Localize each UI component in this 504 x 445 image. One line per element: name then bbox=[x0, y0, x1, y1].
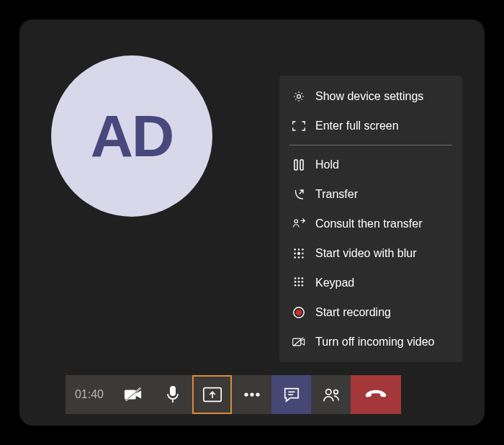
avatar: AD bbox=[51, 55, 212, 217]
menu-item-label: Show device settings bbox=[315, 90, 423, 103]
svg-point-20 bbox=[298, 284, 300, 286]
svg-point-13 bbox=[294, 277, 297, 279]
menu-item-start-recording[interactable]: Start recording bbox=[279, 297, 462, 327]
menu-item-label: Start video with blur bbox=[315, 247, 417, 260]
avatar-initials: AD bbox=[91, 102, 173, 170]
participants-button[interactable] bbox=[311, 375, 351, 414]
svg-point-37 bbox=[333, 390, 338, 395]
mic-toggle-button[interactable] bbox=[153, 375, 192, 414]
svg-point-31 bbox=[244, 392, 248, 396]
people-icon bbox=[322, 387, 341, 403]
svg-point-16 bbox=[294, 281, 297, 283]
menu-item-label: Consult then transfer bbox=[315, 217, 423, 230]
svg-point-17 bbox=[298, 281, 300, 283]
blur-icon bbox=[292, 247, 305, 260]
svg-rect-1 bbox=[294, 160, 297, 170]
menu-item-video-blur[interactable]: Start video with blur bbox=[279, 238, 462, 268]
menu-item-label: Turn off incoming video bbox=[315, 336, 434, 349]
menu-item-hold[interactable]: Hold bbox=[279, 150, 462, 179]
svg-point-21 bbox=[302, 284, 304, 286]
call-window: AD Show device settings Enter full scree… bbox=[19, 19, 485, 426]
svg-rect-24 bbox=[293, 338, 301, 346]
chat-button[interactable] bbox=[271, 375, 311, 414]
svg-point-9 bbox=[302, 252, 304, 254]
mic-icon bbox=[166, 385, 180, 404]
svg-point-0 bbox=[297, 94, 301, 98]
video-off-icon bbox=[292, 336, 305, 349]
transfer-icon bbox=[292, 188, 305, 201]
menu-item-consult-transfer[interactable]: Consult then transfer bbox=[279, 209, 462, 238]
svg-point-3 bbox=[294, 220, 298, 223]
menu-item-label: Start recording bbox=[315, 306, 391, 319]
svg-point-8 bbox=[297, 252, 300, 255]
chat-icon bbox=[283, 386, 300, 403]
hangup-button[interactable] bbox=[351, 375, 401, 414]
svg-point-12 bbox=[302, 256, 304, 259]
call-toolbar: 01:40 bbox=[66, 375, 401, 414]
menu-item-full-screen[interactable]: Enter full screen bbox=[279, 111, 462, 140]
svg-point-19 bbox=[294, 284, 297, 286]
call-timer: 01:40 bbox=[66, 375, 113, 414]
svg-rect-29 bbox=[170, 386, 176, 396]
svg-point-6 bbox=[302, 248, 304, 251]
keypad-icon bbox=[292, 277, 305, 289]
svg-point-23 bbox=[296, 309, 302, 315]
svg-point-32 bbox=[250, 392, 253, 396]
menu-item-label: Keypad bbox=[315, 277, 354, 289]
hangup-icon bbox=[365, 389, 387, 400]
menu-separator bbox=[289, 145, 452, 145]
menu-item-transfer[interactable]: Transfer bbox=[279, 179, 462, 209]
svg-point-14 bbox=[298, 277, 300, 279]
svg-point-10 bbox=[294, 256, 296, 259]
svg-point-5 bbox=[298, 248, 300, 251]
share-screen-button[interactable] bbox=[192, 375, 232, 414]
svg-point-15 bbox=[302, 277, 304, 279]
menu-item-label: Hold bbox=[315, 158, 339, 171]
menu-item-turn-off-incoming-video[interactable]: Turn off incoming video bbox=[279, 327, 462, 356]
svg-point-36 bbox=[325, 390, 330, 395]
record-icon bbox=[292, 306, 305, 319]
svg-point-18 bbox=[302, 281, 304, 283]
menu-item-label: Transfer bbox=[315, 188, 358, 201]
menu-item-keypad[interactable]: Keypad bbox=[279, 268, 462, 297]
fullscreen-icon bbox=[292, 120, 305, 132]
camera-off-icon bbox=[124, 387, 143, 403]
share-screen-icon bbox=[202, 386, 222, 403]
svg-point-7 bbox=[294, 252, 296, 254]
svg-rect-2 bbox=[300, 160, 303, 170]
camera-toggle-button[interactable] bbox=[113, 375, 153, 414]
svg-point-11 bbox=[298, 256, 300, 259]
consult-transfer-icon bbox=[292, 217, 305, 230]
ellipsis-icon bbox=[243, 392, 261, 397]
pause-icon bbox=[292, 158, 305, 171]
gear-icon bbox=[292, 90, 305, 103]
menu-item-label: Enter full screen bbox=[315, 120, 399, 132]
more-actions-menu: Show device settings Enter full screen H… bbox=[279, 76, 462, 362]
svg-point-4 bbox=[294, 248, 296, 251]
svg-point-33 bbox=[256, 392, 259, 396]
more-actions-button[interactable] bbox=[232, 375, 271, 414]
menu-item-device-settings[interactable]: Show device settings bbox=[279, 81, 462, 111]
